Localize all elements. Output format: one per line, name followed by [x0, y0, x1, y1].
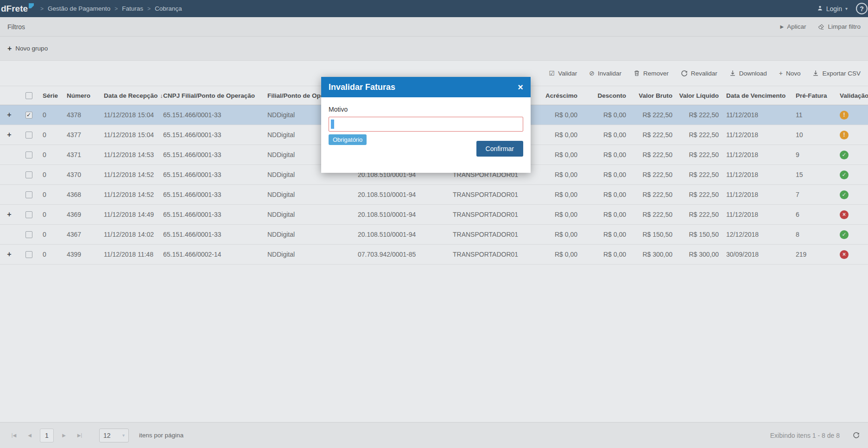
text-cursor [331, 120, 334, 129]
modal-backdrop [0, 0, 868, 448]
motivo-input[interactable] [329, 117, 523, 132]
modal-body: Motivo Obrigatório Confirmar [321, 97, 531, 173]
close-icon[interactable]: × [518, 82, 523, 92]
confirm-button[interactable]: Confirmar [476, 141, 523, 157]
modal-footer-row: Obrigatório Confirmar [329, 134, 523, 157]
modal-title: Invalidar Faturas [329, 82, 395, 92]
modal-header: Invalidar Faturas × [321, 77, 531, 97]
motivo-label: Motivo [329, 106, 523, 113]
required-badge: Obrigatório [329, 134, 367, 145]
invalidate-invoices-modal: Invalidar Faturas × Motivo Obrigatório C… [321, 77, 531, 173]
motivo-input-wrap [329, 117, 523, 132]
